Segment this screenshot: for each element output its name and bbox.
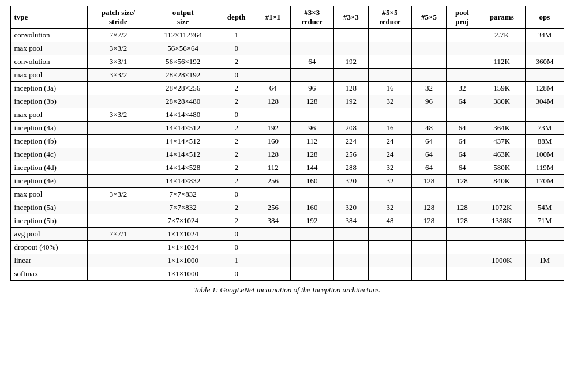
cell-ops: 88M [526, 135, 564, 148]
cell-depth: 0 [217, 42, 256, 55]
table-row: dropout (40%)1×1×10240 [10, 241, 564, 254]
cell-depth: 0 [217, 267, 256, 281]
cell-depth: 0 [217, 108, 256, 122]
cell-type: inception (4a) [10, 122, 88, 135]
cell-5x5: 48 [412, 122, 447, 135]
cell-5x5: 64 [412, 148, 447, 161]
cell-5x5reduce [368, 267, 411, 281]
cell-depth: 1 [217, 29, 256, 42]
cell-3x3: 320 [333, 201, 368, 214]
cell-5x5 [412, 29, 447, 42]
cell-output: 1×1×1024 [149, 241, 217, 254]
table-row: inception (3b)28×28×48021281281923296643… [10, 95, 564, 108]
cell-1x1: 64 [256, 82, 290, 95]
cell-1x1: 160 [256, 135, 290, 148]
cell-3x3: 288 [333, 161, 368, 175]
cell-depth: 0 [217, 69, 256, 82]
cell-output: 7×7×1024 [149, 214, 217, 228]
cell-ops: 34M [526, 29, 564, 42]
col-header-5x5reduce: #5×5reduce [368, 6, 411, 29]
cell-3x3: 208 [333, 122, 368, 135]
cell-output: 28×28×192 [149, 69, 217, 82]
table-row: inception (4d)14×14×52821121442883264645… [10, 161, 564, 175]
cell-5x5 [412, 188, 447, 201]
cell-5x5reduce: 32 [368, 175, 411, 188]
cell-patch [88, 201, 149, 214]
col-header-type: type [10, 6, 88, 29]
cell-type: linear [10, 254, 88, 267]
cell-type: inception (3a) [10, 82, 88, 95]
cell-patch: 7×7/1 [88, 228, 149, 241]
cell-output: 14×14×832 [149, 175, 217, 188]
cell-5x5reduce: 16 [368, 122, 411, 135]
cell-3x3 [333, 267, 368, 281]
cell-params [478, 108, 526, 122]
cell-ops [526, 108, 564, 122]
cell-output: 7×7×832 [149, 201, 217, 214]
table-row: inception (3a)28×28×25626496128163232159… [10, 82, 564, 95]
cell-5x5 [412, 241, 447, 254]
cell-depth: 0 [217, 188, 256, 201]
col-header-3x3reduce: #3×3reduce [290, 6, 333, 29]
cell-poolproj [446, 42, 478, 55]
table-row: convolution7×7/2112×112×6412.7K34M [10, 29, 564, 42]
cell-patch: 7×7/2 [88, 29, 149, 42]
cell-3x3: 320 [333, 175, 368, 188]
cell-output: 1×1×1000 [149, 254, 217, 267]
cell-5x5 [412, 42, 447, 55]
cell-3x3: 384 [333, 214, 368, 228]
cell-type: inception (4c) [10, 148, 88, 161]
col-header-ops: ops [526, 6, 564, 29]
cell-3x3: 192 [333, 95, 368, 108]
cell-ops: 360M [526, 55, 564, 69]
cell-depth: 2 [217, 135, 256, 148]
cell-type: inception (5b) [10, 214, 88, 228]
cell-depth: 2 [217, 55, 256, 69]
cell-params [478, 188, 526, 201]
cell-output: 14×14×480 [149, 108, 217, 122]
cell-ops [526, 188, 564, 201]
cell-5x5reduce: 16 [368, 82, 411, 95]
cell-3x3reduce: 192 [290, 214, 333, 228]
cell-3x3reduce: 128 [290, 95, 333, 108]
cell-poolproj: 64 [446, 122, 478, 135]
cell-type: dropout (40%) [10, 241, 88, 254]
inception-architecture-table: type patch size/stride outputsize depth … [10, 6, 564, 281]
cell-params: 1000K [478, 254, 526, 267]
cell-5x5: 128 [412, 214, 447, 228]
cell-output: 112×112×64 [149, 29, 217, 42]
cell-params [478, 228, 526, 241]
cell-3x3 [333, 29, 368, 42]
cell-params [478, 267, 526, 281]
table-row: inception (4b)14×14×51221601122242464644… [10, 135, 564, 148]
cell-poolproj [446, 228, 478, 241]
cell-type: max pool [10, 42, 88, 55]
cell-ops [526, 241, 564, 254]
cell-depth: 0 [217, 228, 256, 241]
table-row: inception (5a)7×7×8322256160320321281281… [10, 201, 564, 214]
cell-3x3reduce: 144 [290, 161, 333, 175]
cell-ops: 54M [526, 201, 564, 214]
cell-1x1 [256, 267, 290, 281]
cell-5x5: 96 [412, 95, 447, 108]
cell-1x1 [256, 29, 290, 42]
cell-poolproj: 64 [446, 148, 478, 161]
cell-params: 437K [478, 135, 526, 148]
cell-patch [88, 135, 149, 148]
cell-type: inception (4b) [10, 135, 88, 148]
cell-params: 840K [478, 175, 526, 188]
cell-depth: 2 [217, 201, 256, 214]
cell-output: 7×7×832 [149, 188, 217, 201]
cell-1x1: 384 [256, 214, 290, 228]
cell-depth: 2 [217, 95, 256, 108]
cell-output: 56×56×192 [149, 55, 217, 69]
cell-3x3 [333, 241, 368, 254]
table-caption: Table 1: GoogLeNet incarnation of the In… [194, 285, 381, 295]
cell-5x5reduce [368, 69, 411, 82]
cell-1x1: 112 [256, 161, 290, 175]
cell-ops: 71M [526, 214, 564, 228]
cell-5x5reduce [368, 254, 411, 267]
cell-type: convolution [10, 55, 88, 69]
cell-5x5reduce [368, 55, 411, 69]
cell-5x5 [412, 55, 447, 69]
